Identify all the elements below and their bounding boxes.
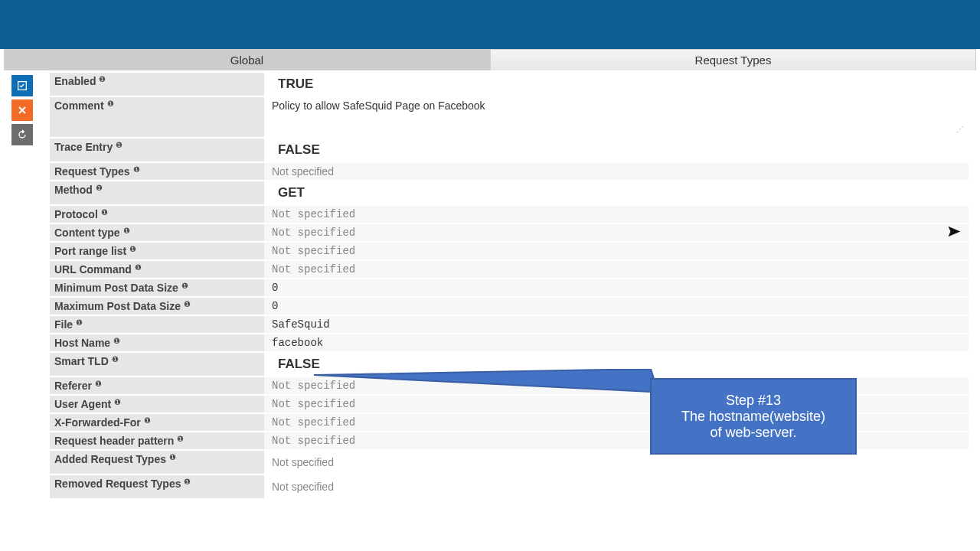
callout-line2: The hostname(website) <box>681 409 825 425</box>
label-text: Comment <box>54 99 104 112</box>
row-max-post: Maximum Post Data Size❶ 0 <box>50 298 969 316</box>
info-icon[interactable]: ❶ <box>135 263 142 272</box>
row-method: Method❶ GET <box>50 181 969 206</box>
callout-line3: of web-server. <box>710 425 796 441</box>
side-buttons <box>11 75 33 145</box>
label-added-request-types: Added Request Types❶ <box>50 451 264 474</box>
info-icon[interactable]: ❶ <box>184 478 191 486</box>
row-removed-request-types: Removed Request Types❶ Not specified <box>50 475 969 500</box>
row-url-command: URL Command❶ Not specified <box>50 261 969 279</box>
label-text: Trace Entry <box>54 141 113 153</box>
row-comment: Comment❶ Policy to allow SafeSquid Page … <box>50 97 969 139</box>
row-enabled: Enabled❶ TRUE <box>50 73 969 97</box>
value-host-name[interactable]: facebook <box>264 334 969 351</box>
value-text: FALSE <box>272 357 320 372</box>
label-text: Smart TLD <box>54 355 109 367</box>
tab-global[interactable]: Global <box>4 49 490 70</box>
info-icon[interactable]: ❶ <box>184 300 191 308</box>
value-text: Not specified <box>272 227 355 239</box>
info-icon[interactable]: ❶ <box>177 435 184 443</box>
value-text: Not specified <box>272 208 355 220</box>
label-text: Maximum Post Data Size <box>54 300 181 312</box>
tab-bar: Global Request Types <box>4 49 976 71</box>
value-user-agent[interactable]: Not specified <box>264 396 969 412</box>
row-trace: Trace Entry❶ FALSE <box>50 139 969 163</box>
info-icon[interactable]: ❶ <box>144 416 151 425</box>
value-text: facebook <box>272 337 323 349</box>
value-text: Not specified <box>272 165 334 178</box>
value-smart-tld[interactable]: FALSE <box>264 353 969 376</box>
value-method[interactable]: GET <box>264 181 969 204</box>
value-text: FALSE <box>272 142 320 158</box>
value-text: SafeSquid <box>272 318 330 331</box>
label-request-types: Request Types❶ <box>50 163 264 180</box>
label-text: User Agent <box>54 398 111 410</box>
value-removed-request-types[interactable]: Not specified <box>264 475 969 498</box>
value-text: 0 <box>272 300 278 312</box>
row-request-types: Request Types❶ Not specified <box>50 163 969 181</box>
label-text: Removed Request Types <box>54 478 181 490</box>
label-request-header-pattern: Request header pattern❶ <box>50 432 264 449</box>
row-content-type: Content type❶ Not specified <box>50 224 969 243</box>
info-icon[interactable]: ❶ <box>123 227 130 235</box>
value-min-post[interactable]: 0 <box>264 279 969 296</box>
row-host-name: Host Name❶ facebook <box>50 334 969 353</box>
value-text: 0 <box>272 282 278 294</box>
label-removed-request-types: Removed Request Types❶ <box>50 475 264 498</box>
info-icon[interactable]: ❶ <box>114 398 121 406</box>
info-icon[interactable]: ❶ <box>112 355 119 364</box>
value-text: Not specified <box>272 380 355 392</box>
label-min-post: Minimum Post Data Size❶ <box>50 279 264 296</box>
cancel-button[interactable] <box>11 99 33 121</box>
tab-request-types[interactable]: Request Types <box>490 49 976 70</box>
resize-handle-icon[interactable]: ⋰ <box>956 126 964 134</box>
label-text: File <box>54 318 73 331</box>
value-referer[interactable]: Not specified <box>264 377 969 394</box>
confirm-button[interactable] <box>11 75 33 96</box>
top-banner <box>0 0 980 49</box>
info-icon[interactable]: ❶ <box>181 282 188 290</box>
value-added-request-types[interactable]: Not specified <box>264 451 969 474</box>
label-file: File❶ <box>50 316 264 333</box>
value-trace[interactable]: FALSE <box>264 139 969 161</box>
label-x-forwarded-for: X-Forwarded-For❶ <box>50 414 264 431</box>
undo-icon <box>16 129 28 141</box>
info-icon[interactable]: ❶ <box>107 99 114 108</box>
info-icon[interactable]: ❶ <box>95 380 102 388</box>
label-text: Method <box>54 184 93 196</box>
info-icon[interactable]: ❶ <box>101 208 108 217</box>
value-request-types[interactable]: Not specified <box>264 163 969 180</box>
row-min-post: Minimum Post Data Size❶ 0 <box>50 279 969 298</box>
info-icon[interactable]: ❶ <box>133 165 140 174</box>
value-protocol[interactable]: Not specified <box>264 206 969 223</box>
value-content-type[interactable]: Not specified <box>264 224 969 241</box>
info-icon[interactable]: ❶ <box>113 337 120 345</box>
info-icon[interactable]: ❶ <box>169 453 176 461</box>
value-x-forwarded-for[interactable]: Not specified <box>264 414 969 431</box>
value-request-header-pattern[interactable]: Not specified <box>264 432 969 449</box>
value-url-command[interactable]: Not specified <box>264 261 969 278</box>
info-icon[interactable]: ❶ <box>129 245 136 253</box>
label-method: Method❶ <box>50 181 264 204</box>
info-icon[interactable]: ❶ <box>96 184 103 192</box>
label-text: X-Forwarded-For <box>54 416 141 429</box>
value-text: Not specified <box>272 263 355 276</box>
callout-box: Step #13 The hostname(website) of web-se… <box>650 378 857 455</box>
value-file[interactable]: SafeSquid <box>264 316 969 333</box>
label-text: Enabled <box>54 75 96 87</box>
undo-button[interactable] <box>11 124 33 145</box>
value-text: Policy to allow SafeSquid Page on Facebo… <box>272 99 485 112</box>
value-enabled[interactable]: TRUE <box>264 73 969 96</box>
row-port-range: Port range list❶ Not specified <box>50 243 969 261</box>
info-icon[interactable]: ❶ <box>76 318 83 327</box>
label-comment: Comment❶ <box>50 97 264 137</box>
info-icon[interactable]: ❶ <box>99 75 106 83</box>
row-file: File❶ SafeSquid <box>50 316 969 334</box>
row-smart-tld: Smart TLD❶ FALSE <box>50 353 969 377</box>
info-icon[interactable]: ❶ <box>116 141 122 149</box>
value-port-range[interactable]: Not specified <box>264 243 969 259</box>
label-text: Protocol <box>54 208 98 220</box>
value-max-post[interactable]: 0 <box>264 298 969 315</box>
value-comment[interactable]: Policy to allow SafeSquid Page on Facebo… <box>264 97 969 137</box>
send-icon[interactable] <box>947 225 961 241</box>
